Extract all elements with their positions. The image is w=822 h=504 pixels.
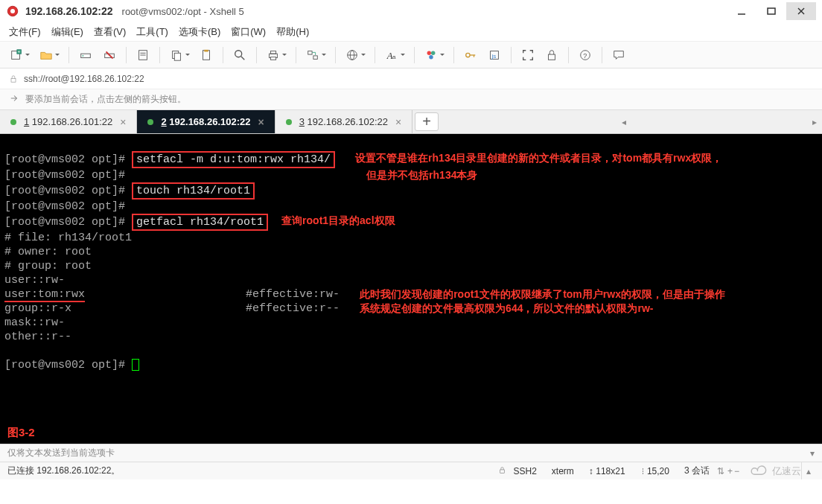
scroll-up-button[interactable]: ▴ — [801, 462, 815, 479]
svg-rect-26 — [313, 55, 317, 59]
fullscreen-button[interactable] — [517, 45, 538, 66]
send-to-hint: 仅将文本发送到当前选项卡 ▾ — [0, 444, 822, 462]
menu-window[interactable]: 窗口(W) — [231, 25, 266, 39]
properties-button[interactable] — [133, 45, 153, 66]
find-button[interactable] — [229, 45, 250, 66]
font-button[interactable]: Aa — [381, 45, 402, 66]
prompt: [root@vms002 opt]# — [4, 200, 132, 213]
toolbar: + Aa js ? — [0, 42, 822, 68]
svg-rect-18 — [203, 50, 210, 60]
output-other: other::r-- — [4, 331, 71, 343]
paste-button[interactable] — [196, 45, 217, 66]
arrow-add-icon[interactable] — [9, 93, 19, 106]
prompt: [root@vms002 opt]# — [4, 169, 132, 182]
minimize-button[interactable] — [727, 2, 756, 20]
hint-text: 要添加当前会话，点击左侧的箭头按钮。 — [25, 93, 186, 106]
ftp-button[interactable] — [302, 45, 323, 66]
prompt: [root@vms002 opt]# — [4, 359, 132, 371]
status-protocol: SSH2 — [514, 466, 537, 476]
figure-label: 图3-2 — [7, 425, 35, 439]
window-title-main: 192.168.26.102:22 — [25, 5, 113, 17]
menubar: 文件(F) 编辑(E) 查看(V) 工具(T) 选项卡(B) 窗口(W) 帮助(… — [0, 22, 822, 42]
tab-scroll-left[interactable]: ◂ — [616, 110, 631, 133]
app-icon — [6, 4, 19, 18]
annotation-setfacl: 设置不管是谁在rh134目录里创建的新的文件或者目录，对tom都具有rwx权限， — [355, 151, 722, 165]
prompt: [root@vms002 opt]# — [4, 153, 132, 166]
session-tab-2[interactable]: 2 192.168.26.102:22 × — [137, 110, 275, 133]
status-dot-icon — [147, 119, 153, 125]
lock-icon — [498, 466, 506, 476]
menu-view[interactable]: 查看(V) — [94, 25, 126, 39]
output-owner: # owner: root — [4, 246, 92, 258]
terminal[interactable]: [root@vms002 opt]# setfacl -m d:u:tom:rw… — [0, 134, 822, 444]
disconnect-button[interactable] — [99, 45, 120, 66]
svg-rect-24 — [270, 57, 275, 60]
tab-close-icon[interactable]: × — [395, 116, 401, 128]
address-text[interactable]: ssh://root@192.168.26.102:22 — [24, 74, 144, 84]
menu-tab[interactable]: 选项卡(B) — [179, 25, 220, 39]
cursor — [132, 359, 139, 371]
output-usertom: user:tom:rwx — [4, 288, 85, 302]
menu-edit[interactable]: 编辑(E) — [51, 25, 83, 39]
window-title-sub: root@vms002:/opt - Xshell 5 — [122, 6, 244, 17]
open-button[interactable] — [36, 45, 57, 66]
svg-line-21 — [241, 56, 245, 60]
status-dot-icon — [286, 119, 292, 125]
svg-rect-17 — [174, 53, 180, 60]
status-term: xterm — [552, 466, 574, 476]
session-tab-3[interactable]: 3 192.168.26.102:22 × — [275, 110, 412, 133]
comment-button[interactable] — [608, 45, 629, 66]
svg-point-35 — [466, 53, 470, 57]
tab-close-icon[interactable]: × — [258, 116, 264, 128]
svg-point-20 — [235, 50, 242, 57]
command-setfacl: setfacl -m d:u:tom:rwx rh134/ — [132, 151, 335, 168]
close-button[interactable] — [786, 2, 816, 20]
menu-file[interactable]: 文件(F) — [9, 25, 41, 39]
hint-bar: 要添加当前会话，点击左侧的箭头按钮。 — [0, 89, 822, 110]
reconnect-button[interactable] — [75, 45, 96, 66]
svg-point-32 — [427, 51, 431, 54]
output-effective2: #effective:r-- — [246, 302, 340, 315]
script-button[interactable]: js — [484, 45, 505, 66]
sessions-plus[interactable]: + — [727, 466, 733, 476]
lock-button[interactable] — [541, 45, 562, 66]
svg-text:js: js — [491, 52, 496, 59]
tab-scroll-right[interactable]: ▸ — [807, 110, 822, 133]
tab-close-icon[interactable]: × — [120, 116, 126, 128]
status-pos: ⸽ 15,20 — [640, 466, 669, 476]
prompt: [root@vms002 opt]# — [4, 216, 132, 229]
annotation-inherit-cont: 系统规定创建的文件最高权限为644，所以文件的默认权限为rw- — [360, 302, 653, 316]
tab-label: 1 192.168.26.101:22 — [24, 116, 112, 127]
svg-rect-40 — [549, 54, 555, 60]
svg-text:+: + — [18, 49, 20, 54]
output-effective1: #effective:rw- — [246, 288, 340, 301]
svg-rect-44 — [500, 469, 504, 472]
web-button[interactable] — [342, 45, 363, 66]
status-connection: 已连接 192.168.26.102:22。 — [7, 465, 120, 477]
session-tab-1[interactable]: 1 192.168.26.101:22 × — [0, 110, 137, 133]
svg-point-1 — [10, 9, 15, 13]
annotation-inherit: 此时我们发现创建的root1文件的权限继承了tom用户rwx的权限，但是由于操作 — [360, 287, 725, 302]
maximize-button[interactable] — [756, 2, 786, 20]
annotation-setfacl-cont: 但是并不包括rh134本身 — [366, 168, 477, 182]
tab-strip: 1 192.168.26.101:22 × 2 192.168.26.102:2… — [0, 110, 822, 134]
address-bar: ssh://root@192.168.26.102:22 — [0, 68, 822, 89]
help-button[interactable]: ? — [575, 45, 596, 66]
svg-point-33 — [431, 51, 435, 54]
new-tab-button[interactable]: + — [415, 112, 439, 131]
output-mask: mask::rw- — [4, 316, 65, 329]
menu-help[interactable]: 帮助(H) — [276, 25, 309, 39]
new-session-button[interactable]: + — [6, 45, 27, 66]
sessions-arrows[interactable]: ⇅ — [717, 466, 724, 476]
command-touch: touch rh134/root1 — [132, 182, 255, 200]
sessions-minus[interactable]: − — [734, 466, 739, 476]
output-groupperm: group::r-x — [4, 302, 71, 315]
chevron-down-icon[interactable]: ▾ — [810, 448, 815, 459]
color-button[interactable] — [421, 45, 442, 66]
key-button[interactable] — [460, 45, 481, 66]
menu-tools[interactable]: 工具(T) — [136, 25, 168, 39]
status-sessions: 3 会话 — [684, 465, 710, 477]
svg-rect-3 — [768, 8, 775, 14]
copy-button[interactable] — [166, 45, 187, 66]
print-button[interactable] — [263, 45, 284, 66]
